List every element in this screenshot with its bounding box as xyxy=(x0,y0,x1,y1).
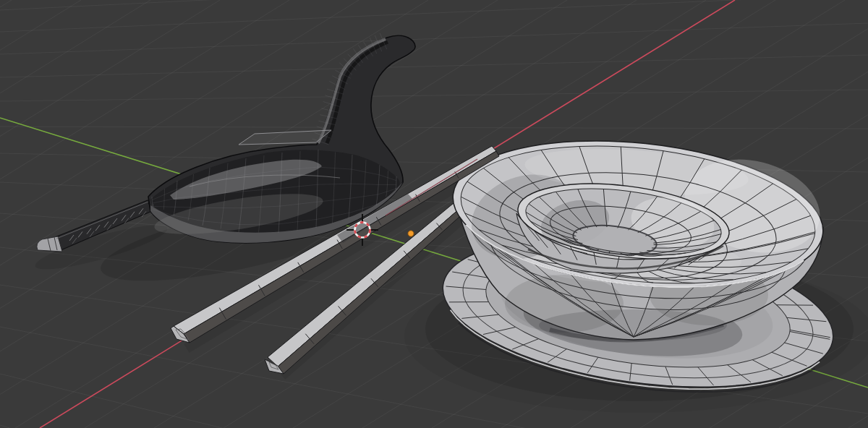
object-origin-dot xyxy=(408,231,414,236)
viewport-3d[interactable] xyxy=(0,0,868,428)
